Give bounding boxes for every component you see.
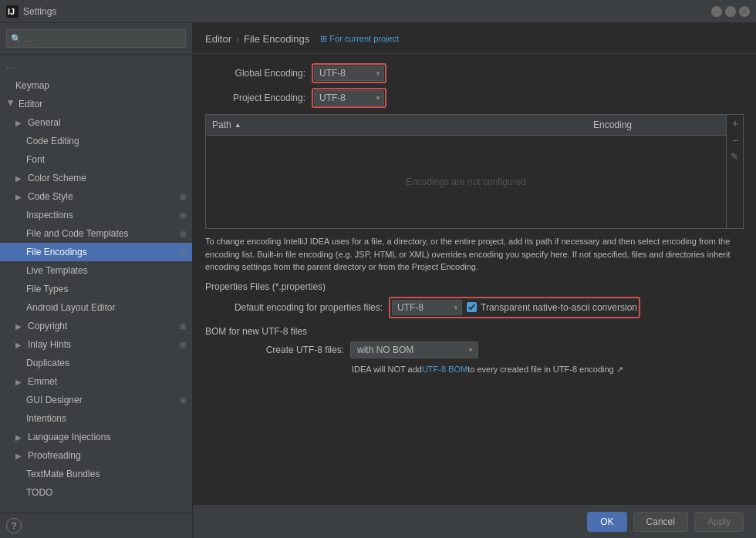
project-encoding-select-wrapper: UTF-8 UTF-16 ISO-8859-1 (314, 90, 384, 106)
breadcrumb-editor: Editor (205, 33, 231, 45)
sidebar-bottom: ? (0, 513, 192, 538)
sidebar-item-gui-designer[interactable]: GUI Designer ⊞ (0, 391, 192, 409)
sidebar-item-android-layout-editor[interactable]: Android Layout Editor (0, 298, 192, 317)
sidebar-item-code-editing[interactable]: Code Editing (0, 132, 192, 150)
table-main: Path ▲ Encoding Encodings are not config… (206, 115, 743, 228)
sidebar-item-color-scheme[interactable]: ▶ Color Scheme (0, 169, 192, 187)
sidebar-item-general[interactable]: ▶ General (0, 113, 192, 132)
table-empty-message: Encodings are not configured (406, 177, 526, 187)
bom-info-prefix: IDEA will NOT add (352, 365, 422, 374)
copyright-chevron-icon: ▶ (15, 322, 25, 331)
breadcrumb-current: File Encodings (244, 33, 309, 45)
sidebar-item-todo[interactable]: TODO (0, 483, 192, 502)
bom-info-suffix: to every created file in UTF-8 encoding … (467, 365, 623, 375)
table-add-button[interactable]: + (727, 115, 744, 132)
sidebar-item-duplicates[interactable]: Duplicates (0, 354, 192, 372)
global-encoding-row: Global Encoding: UTF-8 UTF-16 ISO-8859-1 (205, 63, 744, 83)
sidebar-item-file-types[interactable]: File Types (0, 280, 192, 298)
sidebar-item-font[interactable]: Font (0, 150, 192, 169)
emmet-chevron-icon: ▶ (15, 378, 25, 386)
content-header: Editor › File Encodings ⊞ For current pr… (193, 23, 756, 54)
sidebar-item-keymap[interactable]: Keymap (0, 76, 192, 95)
minimize-button[interactable]: ─ (711, 6, 722, 17)
ok-button[interactable]: OK (587, 512, 626, 532)
search-wrapper: 🔍 (6, 29, 186, 48)
file-encodings-icon: ⊞ (180, 248, 186, 257)
properties-encoding-select[interactable]: UTF-8 UTF-16 ISO-8859-1 (392, 300, 462, 315)
table-body: Encodings are not configured (206, 136, 726, 228)
close-button[interactable]: ✕ (739, 6, 750, 17)
maximize-button[interactable]: □ (725, 6, 736, 17)
svg-text:IJ: IJ (8, 7, 15, 16)
sidebar-item-editor[interactable]: ▶ Editor (0, 95, 192, 113)
sidebar-item-live-templates[interactable]: Live Templates (0, 261, 192, 280)
breadcrumb-separator: › (236, 34, 239, 45)
copyright-icon: ⊞ (180, 322, 186, 331)
global-encoding-select-wrapper: UTF-8 UTF-16 ISO-8859-1 (314, 66, 384, 81)
cancel-button[interactable]: Cancel (633, 512, 688, 532)
sidebar-nav: ··· Keymap ▶ Editor ▶ General Code Editi… (0, 55, 192, 513)
table-action-buttons: + − ✎ (726, 115, 743, 228)
table-header: Path ▲ Encoding (206, 115, 726, 136)
sidebar-item-file-encodings[interactable]: File Encodings ⊞ (0, 243, 192, 261)
encoding-description: To change encoding IntelliJ IDEA uses fo… (205, 235, 744, 274)
title-bar: IJ Settings ─ □ ✕ (0, 0, 756, 23)
sidebar-item-language-injections[interactable]: ▶ Language Injections (0, 428, 192, 446)
sidebar-item-emmet[interactable]: ▶ Emmet (0, 372, 192, 391)
search-bar: 🔍 (0, 23, 192, 55)
default-encoding-label: Default encoding for properties files: (205, 302, 383, 313)
transparent-conversion-label: Transparent native-to-ascii conversion (481, 302, 637, 313)
encodings-table: Path ▲ Encoding Encodings are not config… (205, 114, 744, 229)
encoding-col-label: Encoding (593, 119, 632, 130)
properties-encoding-select-wrapper: UTF-8 UTF-16 ISO-8859-1 (392, 300, 462, 315)
sidebar-item-copyright[interactable]: ▶ Copyright ⊞ (0, 317, 192, 335)
properties-encoding-row: Default encoding for properties files: U… (205, 297, 744, 318)
inlay-hints-chevron-icon: ▶ (15, 341, 25, 349)
help-button[interactable]: ? (6, 518, 22, 533)
project-encoding-row: Project Encoding: UTF-8 UTF-16 ISO-8859-… (205, 88, 744, 108)
sidebar-item-intentions[interactable]: Intentions (0, 409, 192, 428)
sidebar-item-inlay-hints[interactable]: ▶ Inlay Hints ⊞ (0, 335, 192, 354)
table-edit-button[interactable]: ✎ (727, 149, 742, 164)
properties-section-title: Properties Files (*.properties) (205, 281, 744, 292)
table-remove-button[interactable]: − (727, 132, 744, 149)
path-col-label: Path (212, 119, 231, 130)
search-icon: 🔍 (11, 34, 22, 44)
sidebar-item-file-code-templates[interactable]: File and Code Templates ⊞ (0, 224, 192, 243)
window-controls: ─ □ ✕ (711, 6, 750, 17)
general-chevron-icon: ▶ (15, 119, 25, 127)
bom-info-link[interactable]: UTF-8 BOM (422, 365, 467, 374)
window-title: Settings (23, 6, 56, 17)
file-code-templates-icon: ⊞ (180, 230, 186, 238)
content-body: Global Encoding: UTF-8 UTF-16 ISO-8859-1… (193, 54, 756, 505)
table-col-path[interactable]: Path ▲ (206, 118, 587, 132)
global-encoding-highlight: UTF-8 UTF-16 ISO-8859-1 (312, 63, 386, 83)
code-style-chevron-icon: ▶ (15, 193, 25, 201)
sidebar-item-code-style[interactable]: ▶ Code Style ⊞ (0, 187, 192, 206)
project-encoding-label: Project Encoding: (205, 92, 305, 103)
dialog-footer: OK Cancel Apply (193, 505, 756, 538)
for-current-project-link[interactable]: ⊞ For current project (320, 34, 399, 44)
global-encoding-select[interactable]: UTF-8 UTF-16 ISO-8859-1 (314, 66, 384, 81)
bom-create-row: Create UTF-8 files: with NO BOM with BOM… (205, 341, 744, 358)
bom-info-row: IDEA will NOT add UTF-8 BOM to every cre… (352, 365, 744, 375)
bom-create-select[interactable]: with NO BOM with BOM with BOM (macOS sty… (350, 341, 478, 358)
gui-designer-icon: ⊞ (180, 396, 186, 405)
main-layout: 🔍 ··· Keymap ▶ Editor ▶ General (0, 23, 756, 538)
properties-encoding-highlight: UTF-8 UTF-16 ISO-8859-1 Transparent nati… (389, 297, 640, 318)
table-main-content: Path ▲ Encoding Encodings are not config… (206, 115, 726, 228)
lang-inject-chevron-icon: ▶ (15, 433, 25, 442)
sidebar-item-textmate-bundles[interactable]: TextMate Bundles (0, 465, 192, 483)
search-input[interactable] (6, 29, 186, 48)
global-encoding-label: Global Encoding: (205, 68, 305, 79)
sidebar-item-proofreading[interactable]: ▶ Proofreading (0, 446, 192, 465)
editor-chevron-icon: ▶ (7, 99, 15, 109)
apply-button[interactable]: Apply (694, 512, 744, 532)
bom-section-title: BOM for new UTF-8 files (205, 326, 744, 337)
sidebar-dots: ··· (0, 58, 192, 76)
transparent-conversion-checkbox[interactable] (467, 302, 477, 312)
sidebar: 🔍 ··· Keymap ▶ Editor ▶ General (0, 23, 193, 538)
sidebar-item-inspections[interactable]: Inspections ⊞ (0, 206, 192, 224)
table-col-encoding[interactable]: Encoding (587, 118, 726, 132)
project-encoding-select[interactable]: UTF-8 UTF-16 ISO-8859-1 (314, 90, 384, 106)
